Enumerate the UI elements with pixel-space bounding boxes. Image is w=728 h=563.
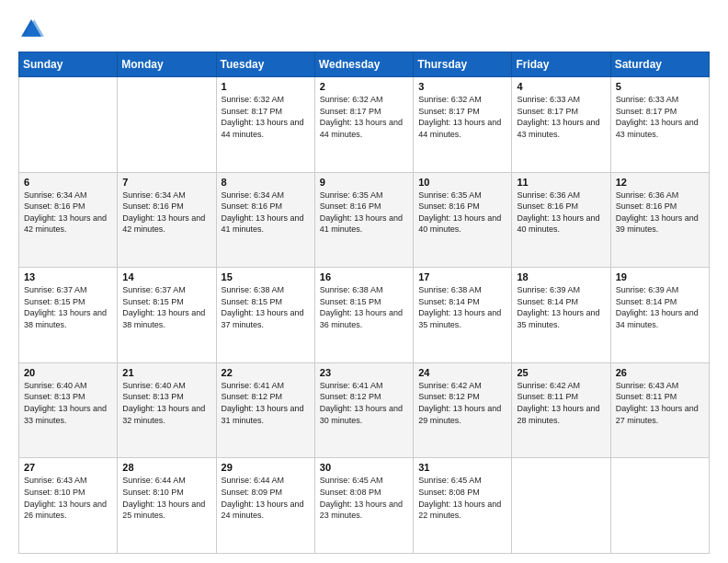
- day-info: Sunrise: 6:36 AM Sunset: 8:16 PM Dayligh…: [616, 190, 704, 236]
- day-number: 23: [320, 367, 408, 378]
- day-info: Sunrise: 6:39 AM Sunset: 8:14 PM Dayligh…: [616, 284, 704, 330]
- day-info: Sunrise: 6:35 AM Sunset: 8:16 PM Dayligh…: [418, 190, 506, 236]
- calendar-cell: 11Sunrise: 6:36 AM Sunset: 8:16 PM Dayli…: [512, 172, 610, 268]
- day-number: 17: [418, 271, 506, 282]
- calendar-cell: 3Sunrise: 6:32 AM Sunset: 8:17 PM Daylig…: [414, 77, 512, 173]
- day-info: Sunrise: 6:34 AM Sunset: 8:16 PM Dayligh…: [24, 190, 112, 236]
- weekday-header-tuesday: Tuesday: [216, 52, 314, 77]
- calendar-cell: 19Sunrise: 6:39 AM Sunset: 8:14 PM Dayli…: [610, 268, 709, 363]
- weekday-header-friday: Friday: [512, 52, 610, 77]
- day-number: 27: [24, 462, 112, 473]
- day-number: 18: [517, 271, 605, 282]
- day-number: 19: [616, 271, 704, 282]
- day-info: Sunrise: 6:34 AM Sunset: 8:16 PM Dayligh…: [122, 190, 210, 236]
- day-number: 29: [222, 462, 310, 473]
- day-info: Sunrise: 6:34 AM Sunset: 8:16 PM Dayligh…: [222, 190, 310, 236]
- weekday-header-wednesday: Wednesday: [314, 52, 413, 77]
- calendar-cell: 6Sunrise: 6:34 AM Sunset: 8:16 PM Daylig…: [19, 172, 118, 268]
- day-number: 28: [122, 462, 210, 473]
- calendar-cell: 21Sunrise: 6:40 AM Sunset: 8:13 PM Dayli…: [118, 362, 216, 458]
- day-info: Sunrise: 6:36 AM Sunset: 8:16 PM Dayligh…: [517, 190, 605, 236]
- calendar-cell: 7Sunrise: 6:34 AM Sunset: 8:16 PM Daylig…: [118, 172, 216, 268]
- calendar-cell: 31Sunrise: 6:45 AM Sunset: 8:08 PM Dayli…: [414, 458, 512, 554]
- calendar-cell: 17Sunrise: 6:38 AM Sunset: 8:14 PM Dayli…: [414, 268, 512, 363]
- day-info: Sunrise: 6:38 AM Sunset: 8:15 PM Dayligh…: [222, 284, 310, 330]
- day-number: 8: [222, 177, 310, 188]
- calendar-cell: 23Sunrise: 6:41 AM Sunset: 8:12 PM Dayli…: [314, 362, 413, 458]
- day-info: Sunrise: 6:33 AM Sunset: 8:17 PM Dayligh…: [517, 94, 605, 140]
- calendar-cell: 30Sunrise: 6:45 AM Sunset: 8:08 PM Dayli…: [314, 458, 413, 554]
- day-info: Sunrise: 6:42 AM Sunset: 8:11 PM Dayligh…: [517, 380, 605, 426]
- week-row-0: 1Sunrise: 6:32 AM Sunset: 8:17 PM Daylig…: [19, 77, 710, 173]
- day-info: Sunrise: 6:43 AM Sunset: 8:11 PM Dayligh…: [616, 380, 704, 426]
- calendar-cell: 1Sunrise: 6:32 AM Sunset: 8:17 PM Daylig…: [216, 77, 314, 173]
- day-info: Sunrise: 6:44 AM Sunset: 8:09 PM Dayligh…: [222, 475, 310, 521]
- day-info: Sunrise: 6:38 AM Sunset: 8:14 PM Dayligh…: [418, 284, 506, 330]
- week-row-1: 6Sunrise: 6:34 AM Sunset: 8:16 PM Daylig…: [19, 172, 710, 268]
- day-info: Sunrise: 6:42 AM Sunset: 8:12 PM Dayligh…: [418, 380, 506, 426]
- day-number: 16: [320, 271, 408, 282]
- day-info: Sunrise: 6:37 AM Sunset: 8:15 PM Dayligh…: [24, 284, 112, 330]
- weekday-header-monday: Monday: [118, 52, 216, 77]
- calendar-cell: 26Sunrise: 6:43 AM Sunset: 8:11 PM Dayli…: [610, 362, 709, 458]
- day-number: 7: [122, 177, 210, 188]
- header: [18, 17, 710, 42]
- day-number: 11: [517, 177, 605, 188]
- weekday-header-row: SundayMondayTuesdayWednesdayThursdayFrid…: [19, 52, 710, 77]
- calendar-cell: 12Sunrise: 6:36 AM Sunset: 8:16 PM Dayli…: [610, 172, 709, 268]
- calendar-cell: [118, 77, 216, 173]
- day-info: Sunrise: 6:35 AM Sunset: 8:16 PM Dayligh…: [320, 190, 408, 236]
- day-number: 15: [222, 271, 310, 282]
- day-number: 2: [320, 81, 408, 92]
- calendar-cell: [512, 458, 610, 554]
- weekday-header-sunday: Sunday: [19, 52, 118, 77]
- calendar-cell: 14Sunrise: 6:37 AM Sunset: 8:15 PM Dayli…: [118, 268, 216, 363]
- day-number: 20: [24, 367, 112, 378]
- calendar-table: SundayMondayTuesdayWednesdayThursdayFrid…: [18, 52, 710, 554]
- day-number: 1: [222, 81, 310, 92]
- calendar-cell: [19, 77, 118, 173]
- day-info: Sunrise: 6:33 AM Sunset: 8:17 PM Dayligh…: [616, 94, 704, 140]
- calendar-cell: 27Sunrise: 6:43 AM Sunset: 8:10 PM Dayli…: [19, 458, 118, 554]
- day-number: 21: [122, 367, 210, 378]
- day-info: Sunrise: 6:41 AM Sunset: 8:12 PM Dayligh…: [320, 380, 408, 426]
- week-row-4: 27Sunrise: 6:43 AM Sunset: 8:10 PM Dayli…: [19, 458, 710, 554]
- day-info: Sunrise: 6:45 AM Sunset: 8:08 PM Dayligh…: [320, 475, 408, 521]
- week-row-2: 13Sunrise: 6:37 AM Sunset: 8:15 PM Dayli…: [19, 268, 710, 363]
- day-number: 25: [517, 367, 605, 378]
- day-info: Sunrise: 6:38 AM Sunset: 8:15 PM Dayligh…: [320, 284, 408, 330]
- day-number: 5: [616, 81, 704, 92]
- day-info: Sunrise: 6:45 AM Sunset: 8:08 PM Dayligh…: [418, 475, 506, 521]
- calendar-cell: 15Sunrise: 6:38 AM Sunset: 8:15 PM Dayli…: [216, 268, 314, 363]
- calendar-cell: 16Sunrise: 6:38 AM Sunset: 8:15 PM Dayli…: [314, 268, 413, 363]
- weekday-header-saturday: Saturday: [610, 52, 709, 77]
- day-number: 14: [122, 271, 210, 282]
- calendar-cell: 24Sunrise: 6:42 AM Sunset: 8:12 PM Dayli…: [414, 362, 512, 458]
- calendar-cell: 20Sunrise: 6:40 AM Sunset: 8:13 PM Dayli…: [19, 362, 118, 458]
- day-number: 13: [24, 271, 112, 282]
- calendar-cell: 2Sunrise: 6:32 AM Sunset: 8:17 PM Daylig…: [314, 77, 413, 173]
- calendar-cell: 22Sunrise: 6:41 AM Sunset: 8:12 PM Dayli…: [216, 362, 314, 458]
- calendar-cell: 10Sunrise: 6:35 AM Sunset: 8:16 PM Dayli…: [414, 172, 512, 268]
- calendar-cell: [610, 458, 709, 554]
- weekday-header-thursday: Thursday: [414, 52, 512, 77]
- logo-icon: [18, 17, 44, 42]
- day-info: Sunrise: 6:43 AM Sunset: 8:10 PM Dayligh…: [24, 475, 112, 521]
- day-number: 30: [320, 462, 408, 473]
- calendar-cell: 25Sunrise: 6:42 AM Sunset: 8:11 PM Dayli…: [512, 362, 610, 458]
- day-number: 12: [616, 177, 704, 188]
- day-info: Sunrise: 6:44 AM Sunset: 8:10 PM Dayligh…: [122, 475, 210, 521]
- day-info: Sunrise: 6:32 AM Sunset: 8:17 PM Dayligh…: [320, 94, 408, 140]
- day-number: 22: [222, 367, 310, 378]
- day-number: 24: [418, 367, 506, 378]
- page: SundayMondayTuesdayWednesdayThursdayFrid…: [0, 0, 728, 563]
- day-info: Sunrise: 6:40 AM Sunset: 8:13 PM Dayligh…: [122, 380, 210, 426]
- calendar-cell: 4Sunrise: 6:33 AM Sunset: 8:17 PM Daylig…: [512, 77, 610, 173]
- calendar-cell: 28Sunrise: 6:44 AM Sunset: 8:10 PM Dayli…: [118, 458, 216, 554]
- day-info: Sunrise: 6:40 AM Sunset: 8:13 PM Dayligh…: [24, 380, 112, 426]
- calendar-cell: 5Sunrise: 6:33 AM Sunset: 8:17 PM Daylig…: [610, 77, 709, 173]
- day-number: 6: [24, 177, 112, 188]
- day-number: 4: [517, 81, 605, 92]
- day-number: 9: [320, 177, 408, 188]
- day-info: Sunrise: 6:32 AM Sunset: 8:17 PM Dayligh…: [418, 94, 506, 140]
